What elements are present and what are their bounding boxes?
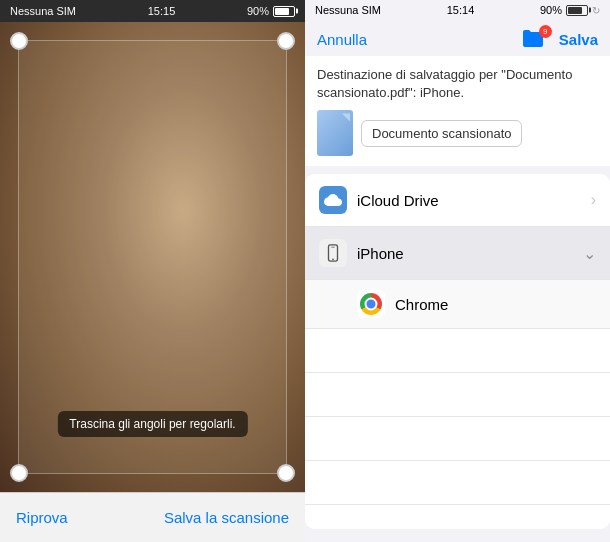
battery-icon-left (273, 6, 295, 17)
destination-description: Destinazione di salvataggio per "Documen… (317, 66, 598, 102)
nav-bar: Annulla 9 Salva (305, 20, 610, 56)
folder-button[interactable]: 9 (521, 28, 549, 50)
corner-handle-br[interactable] (277, 464, 295, 482)
status-icons-right: 90% ↻ (540, 4, 600, 16)
corner-handle-tl[interactable] (10, 32, 28, 50)
empty-row-4 (305, 461, 610, 505)
icloud-icon (319, 186, 347, 214)
scan-hint: Trascina gli angoli per regolarli. (57, 411, 247, 437)
folder-badge: 9 (539, 25, 552, 38)
battery-percent-right: 90% (540, 4, 562, 16)
cancel-button[interactable]: Annulla (317, 31, 367, 48)
location-item-iphone[interactable]: iPhone ⌄ (305, 227, 610, 280)
status-bar-right: Nessuna SIM 15:14 90% ↻ (305, 0, 610, 20)
iphone-icon (319, 239, 347, 267)
chrome-label: Chrome (395, 296, 448, 313)
nav-bar-right: 9 Salva (521, 28, 598, 50)
destination-section: Destinazione di salvataggio per "Documen… (305, 56, 610, 166)
corner-handle-tr[interactable] (277, 32, 295, 50)
sub-item-chrome[interactable]: Chrome (305, 280, 610, 329)
icloud-svg (324, 194, 342, 206)
doc-name-button[interactable]: Documento scansionato (361, 120, 522, 147)
save-button[interactable]: Salva (559, 31, 598, 48)
doc-preview-row: Documento scansionato (317, 110, 598, 156)
left-panel: Nessuna SIM 15:15 90% Trascina gli angol… (0, 0, 305, 542)
document-overlay (18, 40, 287, 474)
location-item-icloud[interactable]: iCloud Drive › (305, 174, 610, 227)
salva-scansione-button[interactable]: Salva la scansione (164, 509, 289, 526)
icloud-chevron: › (591, 191, 596, 209)
battery-percent-left: 90% (247, 5, 269, 17)
iphone-label: iPhone (357, 245, 583, 262)
riprova-button[interactable]: Riprova (16, 509, 68, 526)
battery-icon-right (566, 5, 588, 16)
status-icons-left: 90% (247, 5, 295, 17)
icloud-label: iCloud Drive (357, 192, 591, 209)
svg-point-1 (332, 259, 334, 261)
right-panel: Nessuna SIM 15:14 90% ↻ Annulla 9 Salva … (305, 0, 610, 542)
doc-thumbnail (317, 110, 353, 156)
iphone-chevron: ⌄ (583, 244, 596, 263)
bottom-safe-area (305, 531, 610, 542)
bottom-bar-left: Riprova Salva la scansione (0, 492, 305, 542)
corner-handle-bl[interactable] (10, 464, 28, 482)
time-left: 15:15 (148, 5, 176, 17)
location-list: iCloud Drive › iPhone ⌄ Chrome (305, 174, 610, 528)
empty-row-2 (305, 373, 610, 417)
time-right: 15:14 (447, 4, 475, 16)
chrome-icon (360, 293, 382, 315)
empty-row-3 (305, 417, 610, 461)
carrier-left: Nessuna SIM (10, 5, 76, 17)
scan-area[interactable]: Trascina gli angoli per regolarli. (0, 22, 305, 492)
status-bar-left: Nessuna SIM 15:15 90% (0, 0, 305, 22)
svg-rect-2 (331, 247, 335, 248)
iphone-svg (327, 244, 339, 262)
empty-row-1 (305, 329, 610, 373)
chrome-app-icon (357, 290, 385, 318)
empty-row-5 (305, 505, 610, 528)
loading-spinner: ↻ (592, 5, 600, 16)
carrier-right: Nessuna SIM (315, 4, 381, 16)
